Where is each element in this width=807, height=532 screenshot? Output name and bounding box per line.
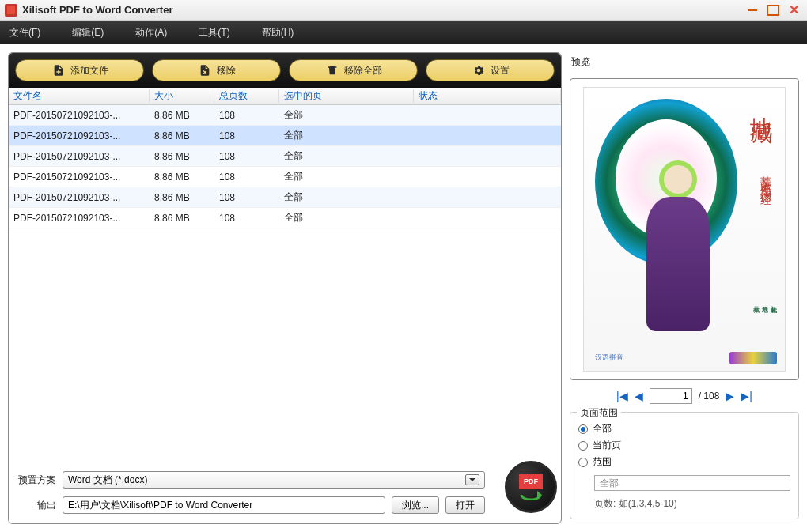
first-page-button[interactable]: |◀ [616,390,628,402]
total-pages: 108 [703,391,719,402]
add-file-button[interactable]: 添加文件 [15,59,144,81]
add-file-label: 添加文件 [70,64,108,77]
remove-all-label: 移除全部 [344,64,382,77]
output-path-input[interactable] [63,496,385,514]
menu-bar: 文件(F) 编辑(E) 动作(A) 工具(T) 帮助(H) [0,21,807,44]
open-button[interactable]: 打开 [445,496,485,514]
col-pages[interactable]: 总页数 [214,89,279,103]
hint-label: 页数: [594,498,616,509]
preview-pane: 地藏 菩萨本愿功德经 私此能弘欣地开在藏示 汉语拼音 [570,78,799,380]
col-selected[interactable]: 选中的页 [279,89,414,103]
remove-icon [198,63,212,77]
maximize-button[interactable] [764,3,782,17]
prev-page-button[interactable]: ◀ [635,390,643,402]
range-custom-label: 范围 [593,455,612,469]
range-custom-radio[interactable] [578,458,588,467]
menu-help[interactable]: 帮助(H) [262,26,294,40]
table-row[interactable]: PDF-20150721092103-...8.86 MB108全部 [9,146,561,167]
col-size[interactable]: 大小 [150,89,214,103]
app-title: Xilisoft PDF to Word Converter [22,4,744,16]
pdf-badge: PDF [519,474,543,489]
settings-icon [472,63,486,77]
table-row[interactable]: PDF-20150721092103-...8.86 MB108全部 [9,208,561,228]
preset-select[interactable]: Word 文档 (*.docx) [63,471,485,489]
preview-subtitle-text: 菩萨本愿功德经 [758,167,772,189]
range-custom-input[interactable] [594,475,790,491]
add-file-icon [51,63,66,77]
preset-label: 预置方案 [15,474,56,487]
menu-edit[interactable]: 编辑(E) [72,26,104,40]
remove-label: 移除 [217,64,236,77]
table-row[interactable]: PDF-20150721092103-...8.86 MB108全部 [9,167,561,187]
app-icon [5,4,17,17]
preview-label: 预览 [570,52,799,72]
file-table: 文件名 大小 总页数 选中的页 状态 PDF-20150721092103-..… [9,88,561,463]
col-status[interactable]: 状态 [414,89,561,103]
output-label: 输出 [15,499,56,512]
hint-example: 如(1,3,4,5-10) [619,498,677,509]
range-current-label: 当前页 [593,439,621,452]
next-page-button[interactable]: ▶ [726,390,734,402]
preset-value: Word 文档 (*.docx) [68,474,147,487]
minimize-button[interactable] [744,3,761,17]
chevron-down-icon [465,474,479,485]
preview-image: 地藏 菩萨本愿功德经 私此能弘欣地开在藏示 汉语拼音 [583,87,786,372]
title-bar: Xilisoft PDF to Word Converter ✕ [0,0,807,21]
browse-button[interactable]: 浏览... [392,496,439,514]
remove-button[interactable]: 移除 [152,59,281,81]
menu-action[interactable]: 动作(A) [135,26,167,40]
page-range-group: 页面范围 全部 当前页 范围 页数: 如(1,3,4,5-10) [570,412,799,519]
table-row[interactable]: PDF-20150721092103-...8.86 MB108全部 [9,126,561,146]
menu-file[interactable]: 文件(F) [9,26,40,40]
col-filename[interactable]: 文件名 [9,89,150,103]
last-page-button[interactable]: ▶| [741,390,752,402]
range-label: 页面范围 [577,406,621,420]
preview-title-text: 地藏 [745,99,775,108]
convert-arrow-icon [520,489,542,500]
remove-all-button[interactable]: 移除全部 [289,59,418,81]
page-input[interactable] [650,388,692,404]
close-button[interactable]: ✕ [785,3,802,17]
publisher-logo [729,352,777,364]
range-current-radio[interactable] [578,441,588,451]
range-all-radio[interactable] [578,424,588,434]
range-all-label: 全部 [593,422,612,436]
table-row[interactable]: PDF-20150721092103-...8.86 MB108全部 [9,187,561,208]
menu-tool[interactable]: 工具(T) [199,26,229,40]
convert-button[interactable]: PDF [505,461,557,513]
table-row[interactable]: PDF-20150721092103-...8.86 MB108全部 [9,105,561,126]
trash-icon [325,63,339,77]
preview-stamp: 汉语拼音 [595,353,623,363]
settings-label: 设置 [491,64,510,77]
pager: |◀ ◀ / 108 ▶ ▶| [570,387,799,406]
settings-button[interactable]: 设置 [426,59,555,81]
toolbar: 添加文件 移除 移除全部 设置 [9,53,561,88]
